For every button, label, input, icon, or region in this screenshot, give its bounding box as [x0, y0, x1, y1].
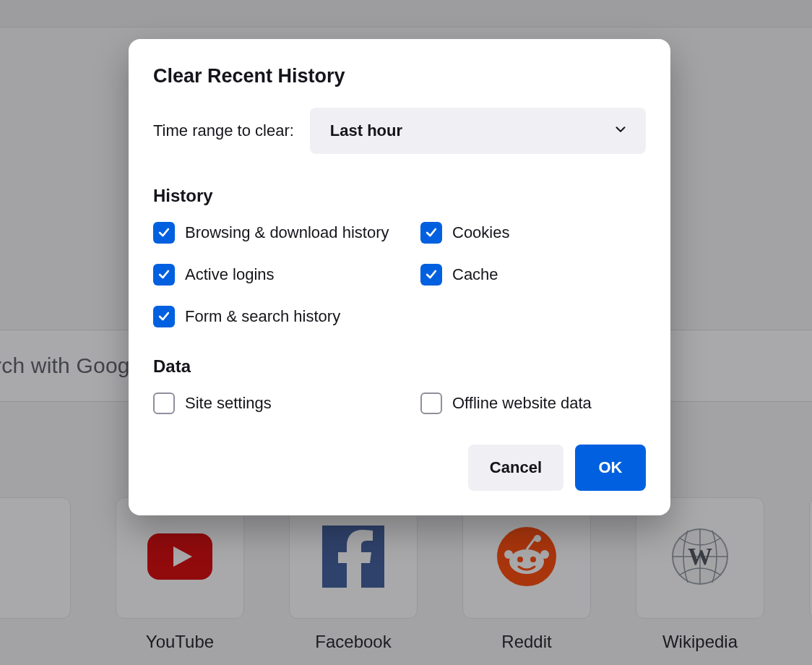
checkbox-form-search-history[interactable]: Form & search history: [153, 306, 420, 327]
checkbox-icon: [153, 264, 175, 286]
data-section-title: Data: [153, 356, 646, 377]
checkbox-site-settings[interactable]: Site settings: [153, 392, 420, 414]
checkbox-icon: [153, 392, 175, 414]
time-range-select[interactable]: Last hour: [310, 108, 646, 154]
dialog-button-row: Cancel OK: [153, 445, 646, 491]
data-options: Site settings Offline website data: [153, 392, 646, 414]
checkbox-label: Site settings: [185, 394, 272, 413]
checkbox-cache[interactable]: Cache: [420, 264, 646, 286]
checkbox-label: Browsing & download history: [185, 223, 389, 242]
checkbox-icon: [420, 222, 442, 244]
checkbox-label: Cookies: [452, 223, 509, 242]
time-range-row: Time range to clear: Last hour: [153, 108, 646, 154]
checkbox-icon: [420, 392, 442, 414]
chevron-down-icon: [613, 121, 629, 140]
checkbox-offline-website-data[interactable]: Offline website data: [420, 392, 646, 414]
checkbox-cookies[interactable]: Cookies: [420, 222, 646, 244]
time-range-label: Time range to clear:: [153, 121, 294, 140]
checkbox-label: Offline website data: [452, 394, 592, 413]
history-section-title: History: [153, 186, 646, 206]
cancel-button[interactable]: Cancel: [468, 445, 563, 491]
ok-button[interactable]: OK: [575, 445, 646, 491]
history-options: Browsing & download history Cookies Acti…: [153, 222, 646, 327]
checkbox-active-logins[interactable]: Active logins: [153, 264, 420, 286]
clear-history-dialog: Clear Recent History Time range to clear…: [129, 39, 670, 515]
checkbox-icon: [420, 264, 442, 286]
dialog-title: Clear Recent History: [153, 65, 646, 87]
checkbox-icon: [153, 222, 175, 244]
checkbox-icon: [153, 306, 175, 327]
time-range-value: Last hour: [330, 121, 402, 140]
checkbox-label: Form & search history: [185, 307, 340, 326]
checkbox-label: Cache: [452, 265, 498, 284]
checkbox-label: Active logins: [185, 265, 275, 284]
checkbox-browsing-download-history[interactable]: Browsing & download history: [153, 222, 420, 244]
